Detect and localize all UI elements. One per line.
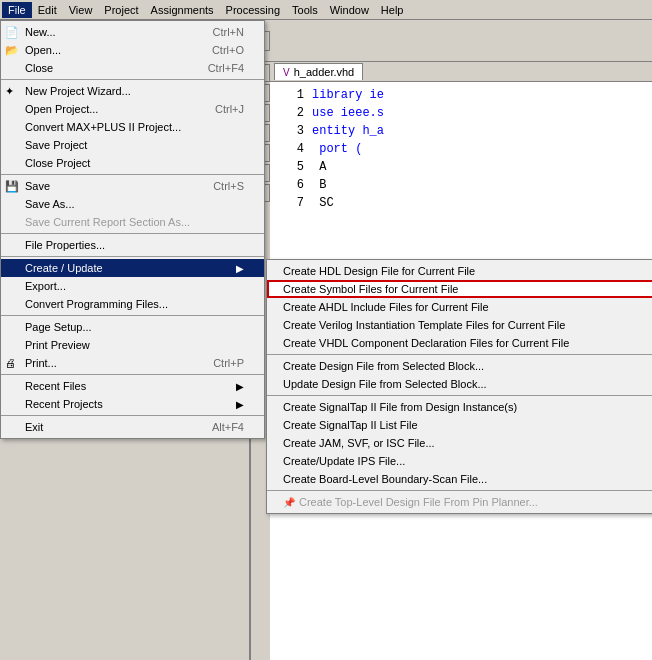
menu-item-new-label: New... <box>25 26 56 38</box>
menu-item-new[interactable]: 📄 New... Ctrl+N <box>1 23 264 41</box>
file-dropdown-menu: 📄 New... Ctrl+N 📂 Open... Ctrl+O Close C… <box>0 20 265 439</box>
menu-item-recent-files[interactable]: Recent Files ▶ <box>1 377 264 395</box>
submenu-create-verilog[interactable]: Create Verilog Instantiation Template Fi… <box>267 316 652 334</box>
submenu-arrow-icon: ▶ <box>236 263 244 274</box>
submenu-create-boundary-scan[interactable]: Create Board-Level Boundary-Scan File... <box>267 470 652 488</box>
menu-item-page-setup[interactable]: Page Setup... <box>1 318 264 336</box>
menu-item-page-setup-label: Page Setup... <box>25 321 92 333</box>
tab-label: h_adder.vhd <box>294 66 355 78</box>
menu-item-close-project-label: Close Project <box>25 157 90 169</box>
submenu-sep-3 <box>267 490 652 491</box>
menu-item-wizard-label: New Project Wizard... <box>25 85 131 97</box>
create-vhdl-label: Create VHDL Component Declaration Files … <box>283 337 569 349</box>
update-design-file-label: Update Design File from Selected Block..… <box>283 378 487 390</box>
exit-shortcut: Alt+F4 <box>212 421 244 433</box>
close-shortcut: Ctrl+F4 <box>208 62 244 74</box>
menu-item-export[interactable]: Export... <box>1 277 264 295</box>
menubar-item-processing[interactable]: Processing <box>220 2 286 18</box>
menu-item-close[interactable]: Close Ctrl+F4 <box>1 59 264 77</box>
menu-item-convert-programming[interactable]: Convert Programming Files... <box>1 295 264 313</box>
sep-2 <box>1 174 264 175</box>
menu-item-save-report: Save Current Report Section As... <box>1 213 264 231</box>
menu-item-close-project[interactable]: Close Project <box>1 154 264 172</box>
open-shortcut: Ctrl+O <box>212 44 244 56</box>
menubar-item-project[interactable]: Project <box>98 2 144 18</box>
tab-icon: V <box>283 67 290 78</box>
submenu-create-ahdl[interactable]: Create AHDL Include Files for Current Fi… <box>267 298 652 316</box>
menu-item-file-properties-label: File Properties... <box>25 239 105 251</box>
sep-3 <box>1 233 264 234</box>
menubar-item-view[interactable]: View <box>63 2 99 18</box>
create-top-level-label: Create Top-Level Design File From Pin Pl… <box>299 496 538 508</box>
create-top-level-icon: 📌 <box>283 497 295 508</box>
submenu-create-signaltap-list[interactable]: Create SignalTap II List File <box>267 416 652 434</box>
editor-tab-vhd[interactable]: V h_adder.vhd <box>274 63 363 80</box>
submenu-create-jam[interactable]: Create JAM, SVF, or ISC File... <box>267 434 652 452</box>
menu-item-print-preview[interactable]: Print Preview <box>1 336 264 354</box>
menu-item-recent-projects-label: Recent Projects <box>25 398 103 410</box>
open-folder-icon: 📂 <box>5 44 19 57</box>
sep-6 <box>1 374 264 375</box>
menu-item-print[interactable]: 🖨 Print... Ctrl+P <box>1 354 264 372</box>
create-hdl-label: Create HDL Design File for Current File <box>283 265 475 277</box>
submenu-create-design-file[interactable]: Create Design File from Selected Block..… <box>267 357 652 375</box>
code-line-6: 6 B <box>274 176 648 194</box>
create-design-file-label: Create Design File from Selected Block..… <box>283 360 484 372</box>
menu-item-recent-projects[interactable]: Recent Projects ▶ <box>1 395 264 413</box>
menu-item-open-project[interactable]: Open Project... Ctrl+J <box>1 100 264 118</box>
menu-item-save-label: Save <box>25 180 50 192</box>
menu-item-save-as-label: Save As... <box>25 198 75 210</box>
recent-files-arrow-icon: ▶ <box>236 381 244 392</box>
create-ips-label: Create/Update IPS File... <box>283 455 405 467</box>
recent-projects-arrow-icon: ▶ <box>236 399 244 410</box>
code-line-3: 3entity h_a <box>274 122 648 140</box>
menu-item-create-update[interactable]: Create / Update ▶ Create HDL Design File… <box>1 259 264 277</box>
menu-item-file-properties[interactable]: File Properties... <box>1 236 264 254</box>
code-line-2: 2use ieee.s <box>274 104 648 122</box>
menu-item-open-label: Open... <box>25 44 61 56</box>
sep-7 <box>1 415 264 416</box>
sep-1 <box>1 79 264 80</box>
editor-content[interactable]: 1library ie 2use ieee.s 3entity h_a 4 po… <box>270 82 652 216</box>
submenu-create-vhdl[interactable]: Create VHDL Component Declaration Files … <box>267 334 652 352</box>
wizard-icon: ✦ <box>5 85 14 98</box>
create-symbol-label: Create Symbol Files for Current File <box>283 283 458 295</box>
code-line-1: 1library ie <box>274 86 648 104</box>
menu-item-export-label: Export... <box>25 280 66 292</box>
submenu-create-signaltap-design[interactable]: Create SignalTap II File from Design Ins… <box>267 398 652 416</box>
submenu-update-design-file[interactable]: Update Design File from Selected Block..… <box>267 375 652 393</box>
menu-item-new-project-wizard[interactable]: ✦ New Project Wizard... <box>1 82 264 100</box>
create-signaltap-design-label: Create SignalTap II File from Design Ins… <box>283 401 517 413</box>
editor-tab-bar: V h_adder.vhd <box>270 62 652 82</box>
menubar-item-tools[interactable]: Tools <box>286 2 324 18</box>
submenu-create-top-level: 📌 Create Top-Level Design File From Pin … <box>267 493 652 511</box>
menubar-item-edit[interactable]: Edit <box>32 2 63 18</box>
menu-item-convert-prog-label: Convert Programming Files... <box>25 298 168 310</box>
new-shortcut: Ctrl+N <box>213 26 244 38</box>
menu-item-convert-label: Convert MAX+PLUS II Project... <box>25 121 181 133</box>
menu-item-save-as[interactable]: Save As... <box>1 195 264 213</box>
menubar-item-window[interactable]: Window <box>324 2 375 18</box>
submenu-create-hdl[interactable]: Create HDL Design File for Current File <box>267 262 652 280</box>
submenu-create-symbol[interactable]: Create Symbol Files for Current File ← <box>267 280 652 298</box>
code-line-7: 7 SC <box>274 194 648 212</box>
menubar-item-help[interactable]: Help <box>375 2 410 18</box>
menu-item-save[interactable]: 💾 Save Ctrl+S <box>1 177 264 195</box>
menubar: File Edit View Project Assignments Proce… <box>0 0 652 20</box>
menu-item-open[interactable]: 📂 Open... Ctrl+O <box>1 41 264 59</box>
create-signaltap-list-label: Create SignalTap II List File <box>283 419 418 431</box>
menu-item-convert-maxplus[interactable]: Convert MAX+PLUS II Project... <box>1 118 264 136</box>
create-verilog-label: Create Verilog Instantiation Template Fi… <box>283 319 565 331</box>
menu-item-print-preview-label: Print Preview <box>25 339 90 351</box>
menubar-item-file[interactable]: File <box>2 2 32 18</box>
menu-item-save-report-label: Save Current Report Section As... <box>25 216 190 228</box>
submenu-create-ips[interactable]: Create/Update IPS File... <box>267 452 652 470</box>
open-project-shortcut: Ctrl+J <box>215 103 244 115</box>
create-jam-label: Create JAM, SVF, or ISC File... <box>283 437 435 449</box>
menu-item-exit[interactable]: Exit Alt+F4 <box>1 418 264 436</box>
menu-item-exit-label: Exit <box>25 421 43 433</box>
menubar-item-assignments[interactable]: Assignments <box>145 2 220 18</box>
print-shortcut: Ctrl+P <box>213 357 244 369</box>
menu-item-save-project[interactable]: Save Project <box>1 136 264 154</box>
code-line-4: 4 port ( <box>274 140 648 158</box>
